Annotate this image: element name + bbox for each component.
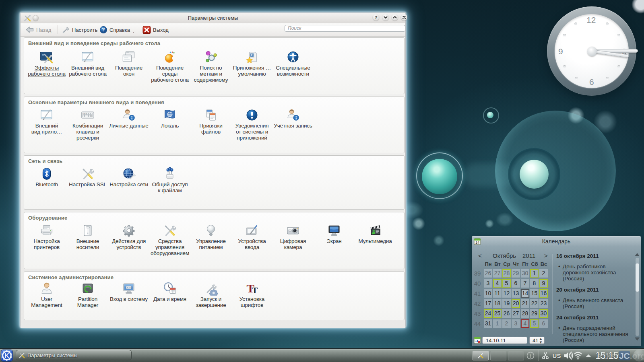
svg-text:K: K bbox=[4, 352, 9, 359]
svg-text:?: ? bbox=[375, 15, 378, 20]
svg-text:T: T bbox=[252, 286, 258, 295]
svg-text:?: ? bbox=[102, 27, 105, 33]
svg-text:2: 2 bbox=[85, 113, 86, 115]
svg-text:i: i bbox=[530, 353, 531, 359]
svg-text:14: 14 bbox=[475, 241, 479, 245]
svg-text:1: 1 bbox=[83, 113, 84, 115]
